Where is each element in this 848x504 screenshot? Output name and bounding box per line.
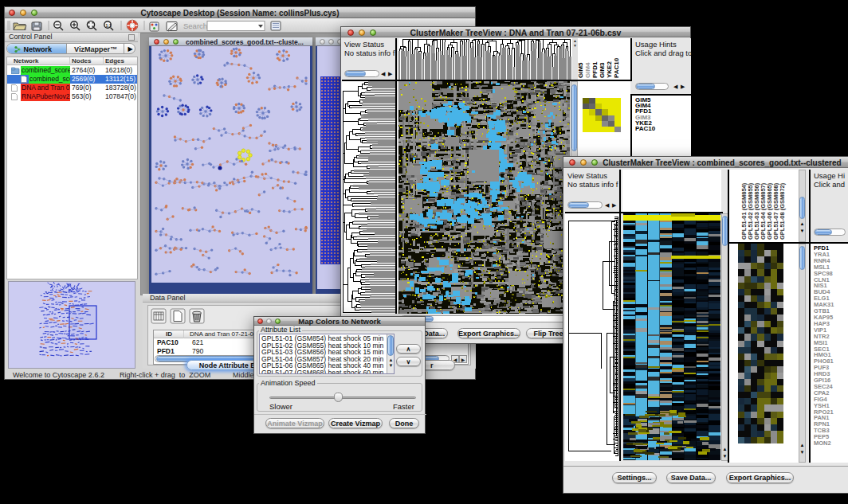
svg-text:Search:: Search:	[183, 21, 210, 30]
svg-text:1:1: 1:1	[106, 23, 112, 28]
